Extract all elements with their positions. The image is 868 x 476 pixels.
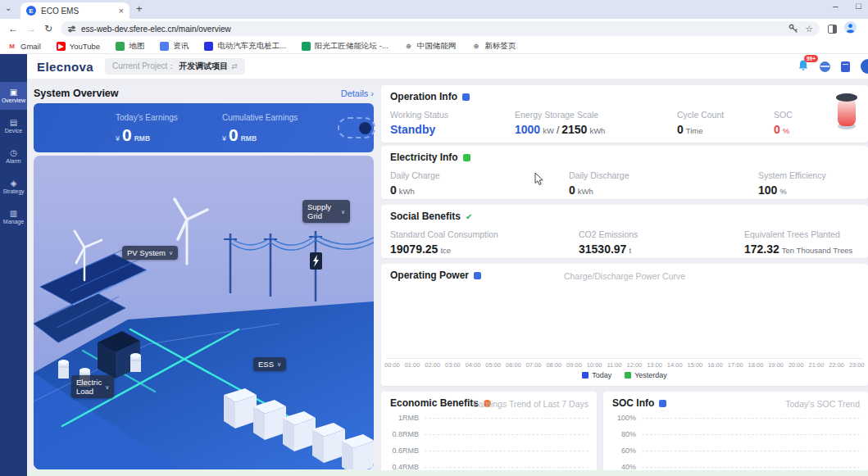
bookmark-item[interactable]: ▶ YouTube [57,42,100,51]
sidebar-item-manage[interactable]: ▥ Manage [0,203,27,231]
user-avatar[interactable] [861,59,868,74]
electricity-info-card: Electricity Info Daily Charge 0 kWh Dail… [381,146,868,199]
supply-grid-label[interactable]: Supply Grid ∨ [302,200,350,223]
sidebar-item-strategy[interactable]: ◈ Strategy [0,173,27,201]
chart-grid-row: 0.8RMB [389,426,589,442]
bookmark-item[interactable]: 资讯 [160,41,189,52]
bookmark-item[interactable]: 阳光工匠储能论坛 -... [302,41,389,52]
legend-item[interactable]: Today [582,371,611,379]
gridline [642,418,860,419]
battery-illustration [834,92,860,134]
ess-label[interactable]: ESS ∨ [253,357,286,371]
daily-discharge-label: Daily Discharge [569,170,629,180]
coal-consumption-value: 19079.25 [390,243,438,256]
operation-info-title: Operation Info [390,91,457,102]
currency-symbol: ¥ [116,134,120,143]
x-tick-label: 21:00 [809,361,825,369]
bookmark-label: 阳光工匠储能论坛 -... [315,41,389,52]
new-tab-button[interactable]: + [136,2,143,15]
notification-bell-icon[interactable]: 99+ [798,59,809,75]
bookmark-star-icon[interactable]: ☆ [805,24,813,34]
reload-button[interactable]: ↻ [44,23,52,34]
electricity-info-title: Electricity Info [390,152,458,163]
soc-info-title: SOC Info [612,397,654,409]
x-tick-label: 01:00 [405,361,420,369]
back-button[interactable]: ← [8,23,18,34]
elecnova-logo[interactable]: Elecnova [37,60,93,74]
currency-symbol: ¥ [222,134,226,143]
sidebar-item-overview[interactable]: ▣ Overview [0,82,27,110]
x-tick-label: 06:00 [506,361,521,369]
pv-system-label[interactable]: PV System ∨ [122,246,178,260]
x-tick-label: 03:00 [445,361,461,369]
x-tick-label: 10:00 [587,361,602,369]
app-header: Elecnova Current Project： 开发调试项目 ⇄ 99+ [27,54,868,79]
tab-favicon-icon: E [26,6,36,16]
cycle-count-value: 0 [677,123,684,136]
forward-button[interactable]: → [26,23,36,34]
x-tick-label: 15:00 [688,361,703,369]
todays-earnings-unit: RMB [134,134,150,143]
legend-label: Yesterday [634,371,667,379]
tab-close-icon[interactable]: × [119,6,124,16]
operation-info-icon [462,93,470,101]
storage-scale-label: Energy Storage Scale [515,110,605,120]
bookmark-icon: ⊕ [404,42,413,51]
site-info-icon[interactable] [67,25,76,34]
details-link[interactable]: Details › [341,88,374,98]
gridline [642,467,860,468]
chart-grid-row: 60% [611,442,860,459]
electric-load-label[interactable]: Electric Load ∨ [71,375,114,398]
working-status-label: Working Status [390,110,448,120]
bookmark-item[interactable]: M Gmail [7,42,41,51]
storage-power-value: 1000 [515,123,540,136]
window-maximize-button[interactable]: □ [856,1,861,11]
sidebar-item-device[interactable]: ▤ Device [0,112,27,140]
x-tick-label: 07:00 [526,361,542,369]
bookmark-item[interactable]: 电动汽车充电桩工... [204,41,286,52]
legend-swatch [582,372,589,379]
social-benefits-title: Social Benefits [390,211,461,222]
y-tick-label: 0.6RMB [389,447,419,455]
bookmark-item[interactable]: ⊕ 新标签页 [471,41,516,52]
url-text[interactable]: ess-web-dev.sfere-elec.cn/main/overview [81,25,788,34]
x-tick-label: 19:00 [768,361,784,369]
gridline [425,451,589,451]
bookmark-item[interactable]: 地图 [116,41,144,52]
bookmark-label: 资讯 [173,41,189,52]
sidebar-item-alarm[interactable]: ◷ Alarm [0,143,27,170]
cumulative-earnings-value: 0 [229,125,239,145]
bookmark-icon: M [7,42,16,51]
soc-trend-subtitle: Today's SOC Trend [785,399,860,409]
docs-book-icon[interactable] [841,61,850,72]
bookmark-item[interactable]: ⊕ 中国储能网 [404,41,457,52]
chevron-down-icon: ∨ [169,248,173,257]
browser-tab-strip: ⌄ E ECO EMS × + – □ [0,0,868,19]
earnings-toggle[interactable] [338,117,375,138]
address-bar[interactable]: ess-web-dev.sfere-elec.cn/main/overview … [61,21,820,36]
power-chart-x-axis: 00:0001:0002:0003:0004:0005:0006:0007:00… [384,361,865,369]
legend-item[interactable]: Yesterday [625,371,667,379]
browser-profile-avatar[interactable] [844,21,857,37]
chevron-down-icon: ∨ [105,383,109,392]
gridline [425,418,589,419]
daily-charge-label: Daily Charge [390,170,440,180]
project-name: 开发调试项目 [179,61,228,72]
bookmark-label: Gmail [20,42,41,51]
bookmark-icon: ⊕ [471,42,480,51]
x-tick-label: 11:00 [607,361,621,369]
language-globe-icon[interactable] [820,61,830,72]
gridline [642,451,860,451]
tab-search-icon[interactable]: ⌄ [5,3,11,12]
browser-tab[interactable]: E ECO EMS × [20,2,130,19]
economic-benefits-title: Economic Benefits [390,397,479,409]
chart-grid-row: 80% [611,426,860,442]
project-swap-icon[interactable]: ⇄ [231,62,238,70]
x-tick-label: 08:00 [546,361,561,369]
side-panel-icon[interactable] [828,25,837,34]
chevron-down-icon: ∨ [341,207,345,216]
current-project-selector[interactable]: Current Project： 开发调试项目 ⇄ [105,58,245,75]
window-minimize-button[interactable]: – [833,1,838,11]
x-tick-label: 02:00 [425,361,440,369]
password-key-icon[interactable] [788,24,798,34]
